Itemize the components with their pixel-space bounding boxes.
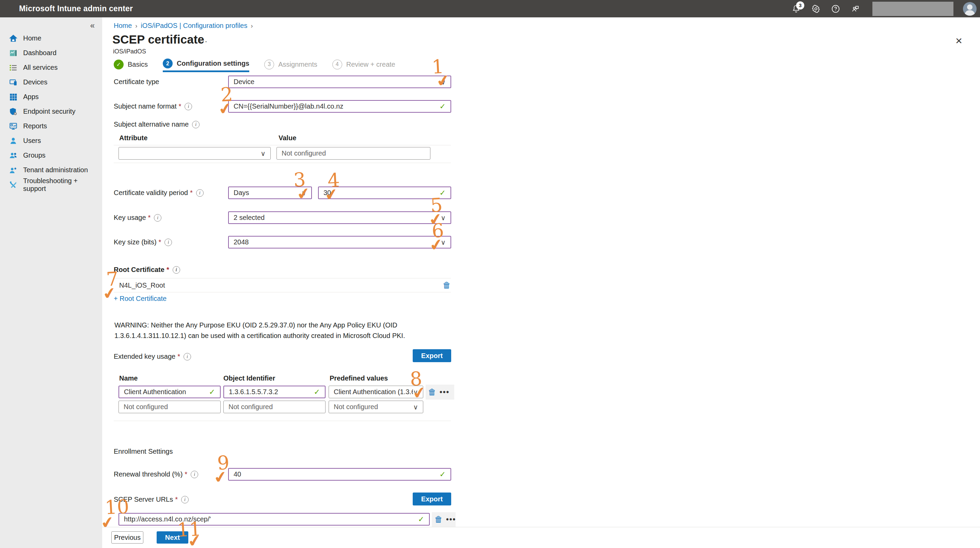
help-icon[interactable] [829,3,842,15]
info-icon[interactable]: i [192,121,200,128]
scep-url-input[interactable]: http://access.n4l.co.nz/scep/' ✓ [118,513,430,526]
eku-predefined-dropdown[interactable]: Client Authentication (1.3.6.1.... ∨ [329,386,423,398]
san-attribute-dropdown[interactable]: ∨ [118,147,271,160]
required-asterisk: * [190,189,193,197]
app-title: Microsoft Intune admin center [19,4,133,13]
root-certificate-name: N4L_iOS_Root [119,281,165,289]
eku-export-button[interactable]: Export [413,349,451,362]
eku-oid-input-empty[interactable]: Not configured [223,400,326,413]
notification-count-badge: 3 [796,2,804,10]
extended-key-usage-label: Extended key usage*i [114,353,191,361]
tab-review-create[interactable]: 4 Review + create [332,60,395,71]
tenant-admin-icon [8,165,18,175]
subject-alternative-name-label: Subject alternative namei [114,121,200,128]
apps-grid-icon [8,92,18,102]
delete-eku-row-icon[interactable]: 🗑 [428,388,436,397]
eku-row-more-icon[interactable]: ••• [440,388,449,397]
sidebar-item-label: Tenant administration [23,166,88,174]
tab-basics[interactable]: ✓ Basics [114,60,148,71]
key-usage-value: 2 selected [234,214,264,222]
sidebar-item-tenant-administration[interactable]: Tenant administration [0,163,102,177]
sidebar-item-devices[interactable]: Devices [0,75,102,89]
certificate-type-dropdown[interactable]: Device ∨ [228,76,451,88]
key-size-value: 2048 [234,238,249,246]
info-icon[interactable]: i [164,238,172,246]
breadcrumb-profiles-link[interactable]: iOS/iPadOS | Configuration profiles [141,22,247,29]
eku-predefined-placeholder: Not configured [334,403,378,411]
sidebar-collapse-icon[interactable]: « [90,21,95,30]
eku-name-placeholder: Not configured [124,403,168,411]
delete-scep-url-icon[interactable]: 🗑 [434,515,443,524]
sidebar-item-users[interactable]: Users [0,133,102,148]
title-context-menu-icon[interactable]: ⋯ [199,37,208,46]
value-column-header: Value [278,134,296,142]
feedback-icon[interactable] [849,3,862,15]
subject-name-format-value: CN={{SerialNumber}}@lab.n4l.co.nz [234,102,343,110]
notifications-bell-icon[interactable]: 3 [790,3,802,15]
sidebar-item-all-services[interactable]: All services [0,60,102,75]
previous-button[interactable]: Previous [111,531,143,543]
valid-check-icon: ✓ [418,515,424,524]
delete-root-certificate-icon[interactable]: 🗑 [443,281,451,290]
eku-predefined-dropdown-empty[interactable]: Not configured ∨ [329,400,423,413]
tab-configuration-settings[interactable]: 2 Configuration settings [163,59,249,72]
sidebar-item-reports[interactable]: Reports [0,119,102,133]
renewal-threshold-input[interactable]: 40 ✓ [228,468,451,481]
next-button[interactable]: Next [157,531,188,543]
info-icon[interactable]: i [185,103,192,110]
troubleshooting-icon [8,180,18,190]
breadcrumb-home-link[interactable]: Home [114,22,132,29]
intune-admin-window: Microsoft Intune admin center 3 « [0,0,980,548]
info-icon[interactable]: i [183,353,191,361]
key-usage-dropdown[interactable]: 2 selected ∨ [228,211,451,224]
sidebar-item-label: Reports [23,122,47,130]
key-size-dropdown[interactable]: 2048 ∨ [228,236,451,248]
sidebar-item-troubleshooting[interactable]: Troubleshooting + support [0,177,102,192]
validity-value-input[interactable]: 30 ✓ [318,186,451,199]
valid-check-icon: ✓ [314,388,320,397]
valid-check-icon: ✓ [209,388,215,397]
info-icon[interactable]: i [154,214,161,222]
validity-unit-dropdown[interactable]: Days ∨ [228,186,312,199]
eku-oid-header: Object Identifier [223,375,275,382]
sidebar-item-home[interactable]: Home [0,31,102,46]
eku-predefined-header: Predefined values [329,375,388,382]
wizard-tabs: ✓ Basics 2 Configuration settings 3 Assi… [114,59,395,72]
settings-gear-icon[interactable] [810,3,822,15]
chevron-down-icon: ∨ [413,388,418,396]
eku-oid-input[interactable]: 1.3.6.1.5.5.7.3.2 ✓ [223,386,326,398]
scep-server-urls-label: SCEP Server URLs*i [114,496,189,504]
sidebar-item-endpoint-security[interactable]: Endpoint security [0,104,102,119]
chevron-down-icon: ∨ [441,238,446,246]
add-root-certificate-link[interactable]: + Root Certificate [114,295,167,303]
tab-complete-check-icon: ✓ [114,60,124,70]
renewal-threshold-label: Renewal threshold (%)*i [114,470,228,478]
sidebar-item-groups[interactable]: Groups [0,148,102,163]
eku-name-input-empty[interactable]: Not configured [118,400,221,413]
required-asterisk: * [175,496,178,504]
chevron-down-icon: ∨ [261,149,266,157]
info-icon[interactable]: i [181,496,189,504]
home-icon [8,33,18,44]
san-value-input[interactable]: Not configured [277,147,430,160]
sidebar-item-dashboard[interactable]: Dashboard [0,46,102,60]
subject-name-format-label: Subject name format*i [114,102,228,110]
tab-label: Basics [128,60,148,68]
sidebar-item-apps[interactable]: Apps [0,89,102,104]
breadcrumb-separator: › [251,22,253,29]
info-icon[interactable]: i [191,471,198,478]
info-icon[interactable]: i [196,189,204,197]
tab-assignments[interactable]: 3 Assignments [264,60,317,71]
scep-urls-export-button[interactable]: Export [413,492,451,505]
eku-name-value: Client Authentication [124,388,186,396]
eku-name-input[interactable]: Client Authentication ✓ [118,386,221,398]
scep-url-more-icon[interactable]: ••• [446,515,456,524]
close-icon[interactable]: × [956,35,962,46]
tab-label: Assignments [278,60,317,68]
avatar[interactable] [963,2,977,16]
info-icon[interactable]: i [173,266,180,274]
chevron-down-icon: ∨ [301,189,307,197]
top-bar: Microsoft Intune admin center 3 [0,0,980,17]
dashboard-icon [8,48,18,58]
subject-name-format-input[interactable]: CN={{SerialNumber}}@lab.n4l.co.nz ✓ [228,100,451,113]
